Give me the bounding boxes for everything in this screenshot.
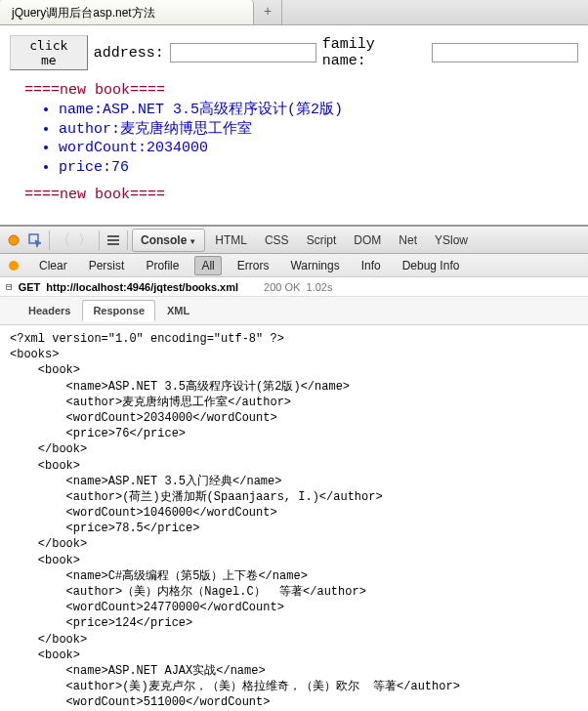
collapse-icon[interactable]: ⊟ [6, 280, 13, 293]
family-name-label: family name: [322, 36, 426, 69]
tab-dom[interactable]: DOM [346, 230, 389, 251]
break-icon[interactable] [4, 256, 23, 275]
request-method: GET [19, 281, 41, 293]
filter-errors[interactable]: Errors [231, 257, 275, 274]
new-tab-button[interactable]: + [254, 0, 282, 24]
filter-debug[interactable]: Debug Info [397, 257, 466, 274]
request-row[interactable]: ⊟ GET http://localhost:4946/jqtest/books… [0, 277, 588, 297]
filter-info[interactable]: Info [356, 257, 387, 274]
list-item: price:76 [59, 158, 578, 178]
resp-tab-headers[interactable]: Headers [18, 300, 81, 321]
chevron-down-icon: ▼ [189, 237, 196, 246]
tab-html[interactable]: HTML [207, 230, 255, 251]
clear-button[interactable]: Clear [33, 257, 73, 274]
tab-console[interactable]: Console▼ [132, 229, 205, 252]
address-label: address: [94, 45, 164, 62]
list-item: name:ASP.NET 3.5高级程序设计(第2版) [59, 101, 578, 120]
section-footer: ====new book==== [24, 187, 578, 203]
tab-css[interactable]: CSS [257, 230, 297, 251]
tab-yslow[interactable]: YSlow [427, 230, 476, 251]
back-icon[interactable]: 〈 [54, 230, 73, 250]
browser-tab-active[interactable]: jQuery调用后台asp.net方法 [0, 0, 254, 24]
console-subtoolbar: Clear Persist Profile All Errors Warning… [0, 254, 588, 277]
family-name-input[interactable] [432, 43, 578, 63]
browser-tab-bar: jQuery调用后台asp.net方法 + [0, 0, 588, 25]
devtools-panel: 〈 〉 Console▼ HTML CSS Script DOM Net YSl… [0, 225, 588, 711]
svg-rect-4 [107, 239, 119, 241]
address-input[interactable] [170, 43, 316, 63]
inspect-icon[interactable] [25, 230, 45, 250]
page-body: click me address: family name: ====new b… [0, 25, 588, 215]
request-status: 200 OK 1.02s [264, 281, 332, 293]
firebug-icon[interactable] [4, 230, 23, 250]
profile-button[interactable]: Profile [140, 257, 185, 274]
resp-tab-response[interactable]: Response [82, 300, 155, 321]
svg-point-6 [9, 261, 19, 271]
forward-icon[interactable]: 〉 [75, 230, 95, 250]
persist-button[interactable]: Persist [83, 257, 131, 274]
click-me-button[interactable]: click me [10, 35, 88, 70]
devtools-toolbar: 〈 〉 Console▼ HTML CSS Script DOM Net YSl… [0, 227, 588, 254]
list-item: author:麦克唐纳博思工作室 [59, 120, 578, 140]
filter-warnings[interactable]: Warnings [284, 257, 345, 274]
tab-script[interactable]: Script [299, 230, 345, 251]
svg-rect-5 [107, 243, 119, 245]
resp-tab-xml[interactable]: XML [156, 300, 200, 321]
section-header: ====new book==== [24, 82, 578, 99]
book-output: ====new book==== name:ASP.NET 3.5高级程序设计(… [10, 82, 578, 203]
response-body: <?xml version="1.0" encoding="utf-8" ?> … [0, 325, 588, 711]
response-tabs: Headers Response XML [0, 297, 588, 325]
menu-icon[interactable] [104, 230, 123, 250]
list-item: wordCount:2034000 [59, 139, 578, 158]
request-url: http://localhost:4946/jqtest/books.xml [46, 281, 238, 293]
tab-net[interactable]: Net [391, 230, 425, 251]
filter-all[interactable]: All [194, 256, 221, 275]
svg-rect-3 [107, 235, 119, 237]
